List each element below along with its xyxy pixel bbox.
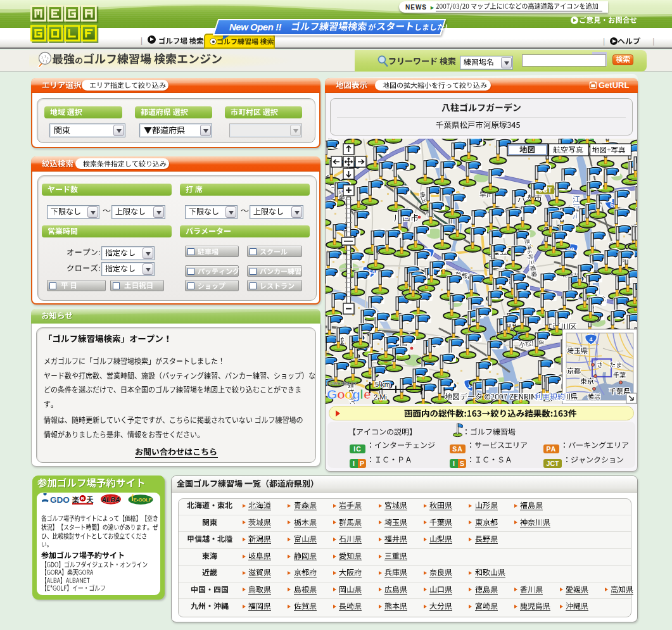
svg-text:5 km: 5 km	[375, 381, 390, 388]
svg-text:G: G	[327, 387, 337, 401]
svg-text:2 Mi: 2 Mi	[374, 393, 387, 401]
svg-text:o: o	[337, 387, 345, 401]
svg-text:POWERED BY: POWERED BY	[327, 381, 357, 386]
svg-text:g: g	[352, 387, 360, 401]
svg-text:E•GOLF: E•GOLF	[134, 497, 152, 503]
svg-text:楽: 楽	[72, 496, 79, 504]
svg-text:l: l	[360, 387, 364, 401]
svg-text:GDO: GDO	[50, 495, 70, 505]
svg-text:R: R	[81, 496, 85, 501]
svg-text:o: o	[345, 387, 353, 401]
svg-text:4: 4	[589, 336, 592, 343]
svg-text:天: 天	[86, 496, 94, 503]
svg-text:ALBA: ALBA	[101, 496, 120, 503]
